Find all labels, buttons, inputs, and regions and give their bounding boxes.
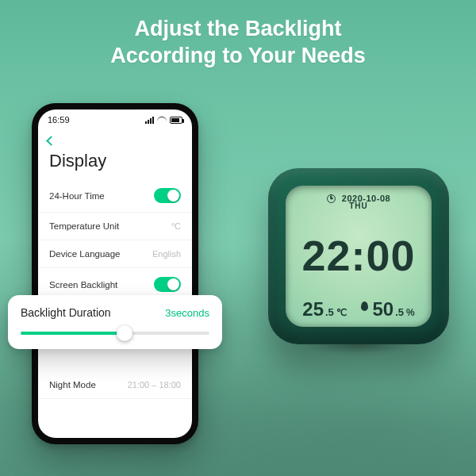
row-value: °C [171, 221, 181, 231]
phone-frame: 16:59 Display 24-Hour Time Temperature U… [32, 103, 198, 444]
row-label: 24-Hour Time [49, 191, 105, 201]
slider-thumb[interactable] [117, 325, 132, 341]
row-temperature-unit[interactable]: Temperature Unit °C [38, 213, 192, 240]
chevron-left-icon [46, 136, 56, 146]
row-24hour-time[interactable]: 24-Hour Time [38, 179, 192, 213]
backlight-duration-card: Backlight Duration 3seconds [8, 295, 222, 349]
alarm-clock-device: 2020-10-08 THU 22:00 25 .5 ℃ 50 .5 % [268, 168, 449, 344]
phone-screen: 16:59 Display 24-Hour Time Temperature U… [38, 109, 192, 438]
battery-icon [170, 117, 182, 124]
row-label: Screen Backlight [49, 280, 117, 290]
row-value: 21:00 – 18:00 [128, 380, 181, 390]
row-night-mode[interactable]: Night Mode 21:00 – 18:00 [38, 371, 192, 399]
row-device-language[interactable]: Device Language English [38, 240, 192, 268]
row-value: English [152, 249, 181, 259]
alarm-icon [327, 194, 336, 203]
temperature-reading: 25 .5 ℃ [302, 298, 347, 321]
status-time: 16:59 [48, 115, 70, 125]
temp-dec: .5 [325, 306, 334, 318]
temp-unit: ℃ [336, 307, 347, 318]
row-label: Device Language [49, 249, 121, 259]
status-bar: 16:59 [38, 109, 192, 130]
hum-dec: .5 [395, 306, 404, 318]
status-icons [145, 117, 182, 124]
signal-icon [145, 117, 154, 124]
backlight-duration-slider[interactable] [21, 332, 209, 335]
marketing-headline: Adjust the Backlight According to Your N… [0, 0, 476, 70]
hum-unit: % [406, 307, 415, 318]
lcd-bottom-row: 25 .5 ℃ 50 .5 % [295, 298, 422, 321]
humidity-reading: 50 .5 % [361, 298, 414, 321]
lcd-day: THU [295, 202, 422, 210]
row-label: Night Mode [49, 380, 96, 390]
headline-line-2: According to Your Needs [0, 43, 476, 70]
backlight-duration-value: 3seconds [165, 307, 209, 319]
wifi-icon [157, 117, 167, 124]
lcd-screen: 2020-10-08 THU 22:00 25 .5 ℃ 50 .5 % [286, 186, 432, 327]
toggle-backlight[interactable] [154, 277, 181, 292]
back-button[interactable] [38, 130, 192, 149]
row-label: Temperature Unit [49, 221, 119, 231]
backlight-duration-label: Backlight Duration [21, 306, 111, 319]
toggle-24hour[interactable] [154, 188, 181, 203]
headline-line-1: Adjust the Backlight [0, 16, 476, 43]
hum-int: 50 [372, 298, 393, 321]
lcd-time: 22:00 [295, 234, 422, 277]
slider-fill [21, 332, 125, 335]
temp-int: 25 [302, 298, 324, 321]
droplet-icon [361, 301, 368, 311]
page-title: Display [38, 149, 192, 179]
